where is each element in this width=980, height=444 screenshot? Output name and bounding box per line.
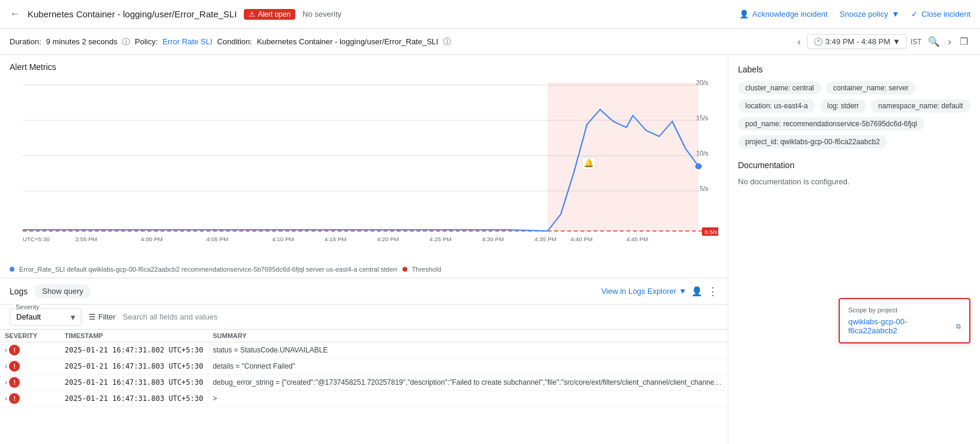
project-link[interactable]: qwiklabs-gcp-00-f6ca22aabcb2 ⧉ (848, 317, 961, 335)
alert-icon: ⚠ (249, 10, 255, 19)
table-row[interactable]: › !2025-01-21 16:47:31.803 UTC+5:30detai… (0, 358, 728, 375)
timezone-label: IST (911, 38, 922, 46)
left-panel: Alert Metrics 20/s 15/s 10/s 5/s 0.5/s (0, 55, 728, 444)
infobar-right: ‹ 🕐 3:49 PM - 4:48 PM ▼ IST 🔍 › ❐ (795, 34, 970, 50)
time-range-selector[interactable]: 🕐 3:49 PM - 4:48 PM ▼ (807, 34, 907, 49)
scope-by-project-label: Scope by project (848, 306, 961, 314)
labels-grid: cluster_name: centralcontainer_name: ser… (738, 81, 970, 148)
person-icon: 👤 (739, 10, 749, 19)
svg-text:4:45 PM: 4:45 PM (627, 236, 649, 242)
chart-title: Alert Metrics (10, 62, 718, 72)
condition-label: Condition: (217, 37, 252, 46)
back-button[interactable]: ← (10, 8, 20, 20)
timestamp-cell: 2025-01-21 16:47:31.803 UTC+5:30 (60, 391, 208, 407)
svg-text:4:20 PM: 4:20 PM (377, 236, 399, 242)
search-placeholder: Search all fields and values (123, 312, 217, 321)
svg-text:🔔: 🔔 (583, 159, 595, 168)
acknowledge-button[interactable]: 👤 Acknowledge incident (739, 10, 828, 19)
chart-legend: Error_Rate_SLI default qwiklabs-gcp-00-f… (10, 262, 718, 278)
filter-icon: ☰ (89, 312, 96, 321)
summary-cell: status = StatusCode.UNAVAILABLE (208, 342, 728, 358)
severity-cell: › ! (0, 391, 60, 407)
time-range-dropdown-icon: ▼ (893, 37, 900, 46)
timestamp-cell: 2025-01-21 16:47:31.803 UTC+5:30 (60, 375, 208, 391)
main-content: Alert Metrics 20/s 15/s 10/s 5/s 0.5/s (0, 55, 980, 444)
logs-explorer-popup: Scope by project qwiklabs-gcp-00-f6ca22a… (839, 298, 970, 343)
time-range-value: 3:49 PM - 4:48 PM (825, 37, 890, 46)
condition-info-icon: ⓘ (443, 37, 451, 47)
show-query-button[interactable]: Show query (35, 284, 90, 298)
svg-text:0.5/s: 0.5/s (704, 229, 718, 235)
expand-row-button[interactable]: › (5, 394, 7, 403)
svg-text:4:00 PM: 4:00 PM (141, 236, 163, 242)
documentation-section-title: Documentation (738, 160, 970, 170)
search-icon-button[interactable]: 🔍 (925, 34, 942, 50)
expand-row-button[interactable]: › (5, 378, 7, 387)
table-header-row: SEVERITY TIMESTAMP SUMMARY (0, 330, 728, 342)
topbar: ← Kubernetes Container - logging/user/Er… (0, 0, 980, 29)
timestamp-cell: 2025-01-21 16:47:31.803 UTC+5:30 (60, 358, 208, 375)
info-icon: ⓘ (122, 37, 130, 47)
error-severity-badge: ! (9, 393, 20, 404)
summary-cell: details = "Connect Failed" (208, 358, 728, 375)
col-timestamp: TIMESTAMP (60, 330, 208, 342)
svg-text:UTC+5:30: UTC+5:30 (23, 236, 50, 242)
severity-cell: › ! (0, 375, 60, 391)
filter-control[interactable]: ☰ Filter (89, 312, 116, 321)
prev-nav-button[interactable]: ‹ (795, 34, 803, 50)
svg-text:3:55 PM: 3:55 PM (75, 236, 98, 242)
expand-row-button[interactable]: › (5, 346, 7, 354)
dropdown-icon: ▼ (679, 287, 686, 296)
svg-text:4:40 PM: 4:40 PM (571, 236, 593, 242)
next-nav-button[interactable]: › (946, 34, 954, 50)
expand-row-button[interactable]: › (5, 362, 7, 370)
legend-metric-dot (10, 267, 14, 272)
svg-text:4:35 PM: 4:35 PM (534, 236, 556, 242)
view-in-logs-explorer-button[interactable]: View in Logs Explorer ▼ (601, 287, 686, 296)
logs-table: SEVERITY TIMESTAMP SUMMARY › !2025-01-21… (0, 330, 728, 407)
chart-area: Alert Metrics 20/s 15/s 10/s 5/s 0.5/s (0, 55, 728, 278)
label-chip: log: stderr (820, 99, 866, 112)
col-summary: SUMMARY (208, 330, 728, 342)
label-chip: cluster_name: central (738, 81, 821, 95)
label-chip: container_name: server (826, 81, 916, 95)
label-chip: namespace_name: default (871, 99, 970, 112)
severity-select-wrap: Severity Default ▼ (10, 308, 81, 326)
external-link-icon: ⧉ (956, 323, 961, 330)
right-panel: Labels cluster_name: centralcontainer_na… (728, 55, 980, 444)
chevron-down-icon: ▼ (891, 10, 899, 19)
legend-threshold-label: Threshold (412, 266, 441, 273)
page-title: Kubernetes Container - logging/user/Erro… (28, 9, 237, 19)
close-incident-button[interactable]: ✓ Close incident (911, 10, 970, 19)
error-severity-badge: ! (9, 361, 20, 372)
duration-value: 9 minutes 2 seconds (46, 37, 117, 46)
severity-select[interactable]: Default (10, 308, 81, 326)
policy-link[interactable]: Error Rate SLI (162, 37, 212, 46)
svg-text:4:30 PM: 4:30 PM (482, 236, 504, 242)
more-options-button[interactable]: ⋮ (707, 285, 718, 298)
policy-label: Policy: (135, 37, 158, 46)
scope-icon-button[interactable]: 👤 (691, 286, 703, 297)
logs-area: Logs Show query View in Logs Explorer ▼ … (0, 278, 728, 444)
svg-text:4:25 PM: 4:25 PM (429, 236, 452, 242)
severity-label: Severity (14, 303, 41, 311)
timestamp-cell: 2025-01-21 16:47:31.802 UTC+5:30 (60, 342, 208, 358)
expand-icon-button[interactable]: ❐ (957, 34, 970, 50)
snooze-button[interactable]: Snooze policy ▼ (840, 10, 900, 19)
label-chip: location: us-east4-a (738, 99, 815, 112)
chart-svg: 20/s 15/s 10/s 5/s 0.5/s 0.5/s (10, 77, 718, 244)
logs-table-wrap[interactable]: SEVERITY TIMESTAMP SUMMARY › !2025-01-21… (0, 330, 728, 444)
severity-cell: › ! (0, 342, 60, 358)
documentation-text: No documentation is configured. (738, 177, 970, 186)
logs-title: Logs (10, 287, 28, 296)
table-row[interactable]: › !2025-01-21 16:47:31.803 UTC+5:30debug… (0, 375, 728, 391)
table-row[interactable]: › !2025-01-21 16:47:31.803 UTC+5:30> (0, 391, 728, 407)
table-row[interactable]: › !2025-01-21 16:47:31.802 UTC+5:30statu… (0, 342, 728, 358)
clock-icon: 🕐 (813, 37, 823, 46)
svg-point-15 (695, 163, 702, 169)
topbar-actions: 👤 Acknowledge incident Snooze policy ▼ ✓… (739, 10, 970, 19)
logs-header-right: View in Logs Explorer ▼ 👤 ⋮ (601, 285, 718, 298)
checkmark-icon: ✓ (911, 10, 918, 19)
legend-threshold-dot (403, 267, 407, 272)
labels-section-title: Labels (738, 65, 970, 74)
